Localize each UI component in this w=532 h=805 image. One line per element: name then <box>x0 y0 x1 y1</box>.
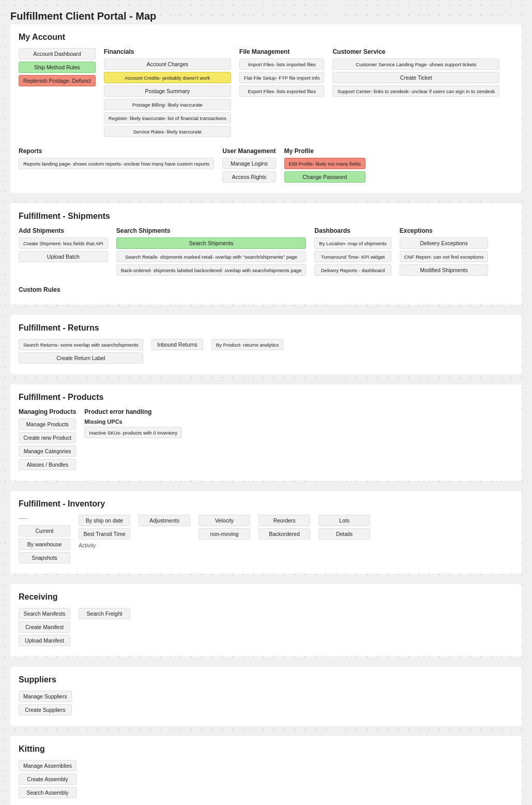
back-ordered[interactable]: Back-ordered- shipments labeled backorde… <box>116 264 307 276</box>
create-assembly[interactable]: Create Assembly <box>19 773 77 785</box>
by-warehouse[interactable]: By warehouse <box>19 539 70 550</box>
change-password[interactable]: Change Password <box>284 171 366 183</box>
best-transit-time[interactable]: Best Transit Time <box>79 528 130 540</box>
delivery-exceptions[interactable]: Delivery Exceptions <box>400 237 489 249</box>
reports-landing[interactable]: Reports landing page- shows custom repor… <box>19 158 214 169</box>
ship-method-rules[interactable]: Ship Method Rules <box>19 62 96 73</box>
add-shipments-col: Add Shipments Create Shipment- less fiel… <box>19 227 108 264</box>
custom-rules-col: Custom Rules <box>19 286 70 296</box>
account-charges[interactable]: Account Charges <box>104 58 231 70</box>
product-error-heading: Product error handling <box>84 408 182 415</box>
create-return-label[interactable]: Create Return Label <box>19 352 143 364</box>
account-col: Account Dashboard Ship Method Rules Repl… <box>19 48 96 88</box>
create-ticket[interactable]: Create Ticket <box>332 72 499 83</box>
modified-shipments[interactable]: Modified Shipments <box>400 264 489 276</box>
aliases-bundles[interactable]: Aliases / Bundles <box>19 459 76 470</box>
dashboards-col: Dashboards By Location- map of shipments… <box>314 227 391 278</box>
postage-summary[interactable]: Postage Summary <box>104 85 231 97</box>
search-shipments-btn[interactable]: Search Shipments <box>116 237 307 249</box>
by-product[interactable]: By Product- returns analytics <box>211 339 283 350</box>
my-profile-heading: My Profile <box>284 147 366 155</box>
cnf-report[interactable]: CNF Report- can not find exceptions <box>400 251 489 262</box>
product-error-col: Product error handling Missing UPCs Inac… <box>84 408 182 440</box>
reorders-col: Reorders Backordered <box>259 515 310 542</box>
details[interactable]: Details <box>318 528 370 540</box>
search-shipments-heading: Search Shipments <box>116 227 307 234</box>
current[interactable]: Current <box>19 525 70 536</box>
inbound-returns[interactable]: Inbound Returns <box>151 339 203 350</box>
manage-assemblies[interactable]: Manage Assemblies <box>19 760 77 771</box>
returns-columns: Search Returns- some overlap with search… <box>19 339 513 366</box>
receiving-section: Receiving Search Manifests Create Manife… <box>10 584 522 657</box>
flat-file-setup[interactable]: Flat File Setup- FTP file import info <box>239 72 325 83</box>
service-rates[interactable]: Service Rates- likely inaccurate <box>104 126 231 137</box>
manage-products[interactable]: Manage Products <box>19 419 76 430</box>
financials-heading: Financials <box>104 48 231 55</box>
non-moving[interactable]: non-moving <box>199 528 250 540</box>
reorders[interactable]: Reorders <box>259 515 310 526</box>
upload-manifest[interactable]: Upload Manifest <box>19 635 70 646</box>
search-returns-col: Search Returns- some overlap with search… <box>19 339 143 366</box>
my-account-section: My Account Account Dashboard Ship Method… <box>10 24 522 193</box>
edit-profile[interactable]: Edit Profile- likely too many fields <box>284 158 366 169</box>
receiving-main-col: Search Manifests Create Manifest Upload … <box>19 608 70 648</box>
snapshots[interactable]: Snapshots <box>19 552 70 563</box>
register[interactable]: Register- likely inaccurate- list of fin… <box>104 112 231 124</box>
suppliers-title: Suppliers <box>19 675 513 684</box>
turnaround-time[interactable]: Turnaround Time- KPI widget <box>314 251 391 262</box>
postage-billing[interactable]: Postage Billing- likely inaccurate <box>104 99 231 110</box>
manage-suppliers[interactable]: Manage Suppliers <box>19 691 72 702</box>
velocity-col: Velocity non-moving <box>199 515 250 542</box>
support-center[interactable]: Support Center- links to zendesk- unclea… <box>332 85 499 97</box>
import-files[interactable]: Import Files- lists imported files <box>239 58 325 70</box>
create-suppliers[interactable]: Create Suppliers <box>19 704 72 715</box>
search-returns[interactable]: Search Returns- some overlap with search… <box>19 339 143 350</box>
upload-batch[interactable]: Upload Batch <box>19 251 108 262</box>
search-retails[interactable]: Search Retails- shipments marked retail-… <box>116 251 307 262</box>
create-manifest[interactable]: Create Manifest <box>19 621 70 633</box>
by-product-col: By Product- returns analytics <box>211 339 283 352</box>
backordered[interactable]: Backordered <box>259 528 310 540</box>
delivery-reports[interactable]: Delivery Reports - dashboard <box>314 264 391 276</box>
access-rights[interactable]: Access Rights <box>222 171 276 183</box>
create-new-product[interactable]: Create new Product <box>19 432 76 443</box>
kitting-col: Manage Assemblies Create Assembly Search… <box>19 760 77 800</box>
adjustments[interactable]: Adjustments <box>139 515 190 526</box>
account-credits[interactable]: Account Credits- probably doesn't work <box>104 72 231 83</box>
returns-section: Fulfillment - Returns Search Returns- so… <box>10 315 522 374</box>
manage-logins[interactable]: Manage Logins <box>222 158 276 169</box>
inactive-skus[interactable]: Inactive SKUs- products with 0 inventory <box>84 427 182 438</box>
create-shipment[interactable]: Create Shipment- less fields that API <box>19 237 108 249</box>
returns-title: Fulfillment - Returns <box>19 323 513 333</box>
shipments-section: Fulfillment - Shipments Add Shipments Cr… <box>10 203 522 305</box>
by-ship-on-date[interactable]: By ship on date <box>79 515 130 526</box>
export-files[interactable]: Export Files- lists exported files <box>239 85 325 97</box>
velocity[interactable]: Velocity <box>199 515 250 526</box>
receiving-columns: Search Manifests Create Manifest Upload … <box>19 608 513 648</box>
by-location[interactable]: By Location- map of shipments <box>314 237 391 249</box>
managing-products-heading: Managing Products <box>19 408 76 415</box>
search-shipments-col: Search Shipments Search Shipments Search… <box>116 227 307 278</box>
products-title: Fulfillment - Products <box>19 393 513 402</box>
shipments-columns: Add Shipments Create Shipment- less fiel… <box>19 227 513 296</box>
financials-col: Financials Account Charges Account Credi… <box>104 48 231 139</box>
lots[interactable]: Lots <box>318 515 370 526</box>
search-manifests[interactable]: Search Manifests <box>19 608 70 619</box>
my-profile-col: My Profile Edit Profile- likely too many… <box>284 147 366 185</box>
shipments-title: Fulfillment - Shipments <box>19 212 513 221</box>
dashboards-heading: Dashboards <box>314 227 391 234</box>
inventory-title: Fulfillment - Inventory <box>19 499 513 509</box>
managing-products-col: Managing Products Manage Products Create… <box>19 408 76 472</box>
inventory-dashes: ----- <box>19 515 70 521</box>
manage-categories[interactable]: Manage Categories <box>19 445 76 457</box>
replenish-postage[interactable]: Replenish Postage- Defunct <box>19 75 96 86</box>
search-assembly[interactable]: Search Assembly <box>19 787 77 798</box>
products-section: Fulfillment - Products Managing Products… <box>10 384 522 481</box>
suppliers-col: Manage Suppliers Create Suppliers <box>19 691 72 718</box>
search-freight[interactable]: Search Freight <box>79 608 130 619</box>
cs-landing-page[interactable]: Customer Service Landing Page- shows sup… <box>332 58 499 70</box>
account-dashboard[interactable]: Account Dashboard <box>19 48 96 59</box>
inventory-section: Fulfillment - Inventory ----- Current By… <box>10 491 522 574</box>
lots-col: Lots Details <box>318 515 370 542</box>
activity-label: Activity <box>79 542 130 549</box>
